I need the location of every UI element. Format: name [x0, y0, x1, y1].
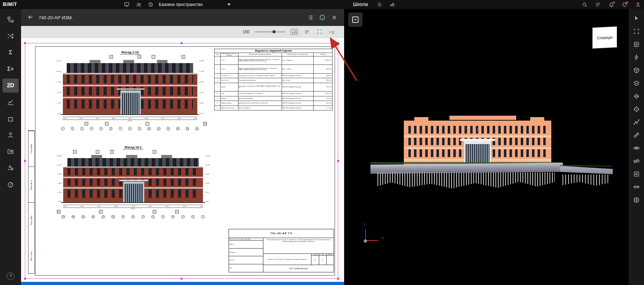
selection-handle[interactable] [337, 42, 339, 44]
sheet-list-icon[interactable] [307, 14, 314, 21]
finish-table-cell: Цоколь [221, 83, 238, 91]
viewport-tool-target[interactable] [631, 104, 642, 114]
fit-to-page-button[interactable] [290, 29, 298, 35]
viewport-tool-eye[interactable] [631, 143, 642, 153]
finish-table-title: Ведомость наружной отделки [214, 49, 332, 53]
selection-handle[interactable] [24, 278, 26, 280]
viewport-tool-section-box[interactable] [631, 195, 642, 205]
space-selector[interactable]: Базовое пространство [159, 0, 231, 9]
elevation-mark: +4.350 [205, 173, 215, 175]
finish-table: Ведомость наружной отделки Поз.Наименова… [214, 49, 332, 111]
dimension-value: 3120 [79, 117, 83, 119]
sidebar-item-documents-2d[interactable]: 2D [2, 79, 19, 93]
menu-list-icon[interactable] [595, 1, 601, 8]
fragment-marker: 7 [146, 122, 149, 125]
viewport-tool-layers[interactable] [631, 78, 642, 88]
selection-handle[interactable] [24, 42, 26, 44]
sidebar-item-analytics[interactable] [2, 95, 19, 109]
share-icon[interactable] [389, 1, 395, 8]
viewport-tool-cursor[interactable] [631, 13, 642, 23]
x-axis-label: X [381, 236, 383, 240]
elevation-mark: +1.350 [205, 182, 215, 184]
sidebar-item-sum-plus[interactable]: Σ+ [2, 62, 19, 76]
finish-table-cell: 7 [215, 96, 221, 101]
time-icon[interactable] [147, 1, 154, 8]
model-foundation-slab[interactable] [370, 163, 563, 174]
team-icon[interactable] [136, 1, 142, 8]
sidebar-item-connections[interactable] [2, 29, 19, 43]
topbar: BiMiT Базовое пространство Школа [0, 0, 644, 9]
navigation-cube-button[interactable] [348, 13, 362, 27]
finish-table-cell: 6 [215, 91, 221, 96]
finish-table-cell: 2460.22 м² [314, 56, 333, 65]
search-icon[interactable] [581, 1, 588, 8]
drawing-sheet[interactable]: СогласованоВзам. инв. №Подп. и датаИнв. … [25, 43, 338, 278]
facade-top-markers: 3614 [52, 55, 208, 59]
elevation-mark: +1.200 [52, 102, 61, 104]
sidebar-item-sum[interactable]: Σ [2, 46, 19, 60]
sidebar-item-users[interactable] [2, 128, 19, 142]
viewport-tool-eye-off[interactable] [631, 156, 642, 166]
view-cube-front-face[interactable]: Спереди [593, 27, 617, 48]
viewport-tool-flash[interactable] [631, 52, 642, 62]
profile-icon[interactable] [635, 1, 641, 8]
facade-drawing-1-15: Фасад 1-15 3614 +12.760+10.560+7.300+4.2… [52, 50, 208, 130]
viewport-tool-section[interactable] [631, 91, 642, 101]
viewport-tool-stack[interactable] [631, 39, 642, 49]
selection-handle[interactable] [180, 42, 183, 44]
elevation-mark: +11.190 [205, 164, 215, 166]
viewport-3d[interactable]: Спереди Z [344, 9, 629, 285]
finish-table-row: 5ЦокольШтукатурка по утеплителю "ПЛАСТИМ… [215, 83, 332, 91]
viewport-tool-polyline[interactable] [631, 117, 642, 127]
dimension-value: 6300 [112, 117, 115, 119]
viewport-tool-ruler[interactable] [631, 182, 642, 192]
zoom-slider-thumb[interactable] [272, 30, 276, 33]
back-arrow-icon[interactable] [27, 14, 34, 21]
model-building-facade[interactable] [404, 121, 551, 165]
dimension-value: 4210 [96, 117, 99, 119]
grid-axis-bubble: 10 [147, 127, 151, 130]
selection-handle[interactable] [180, 278, 183, 280]
dimension-value: 6000 [129, 117, 132, 119]
grid-axis-bubble: 11 [157, 127, 160, 130]
sidebar-item-plugins[interactable] [2, 111, 19, 125]
viewport-tool-level[interactable] [631, 130, 642, 140]
viewport-tool-box-x[interactable] [631, 169, 642, 179]
selection-handle[interactable] [24, 160, 26, 162]
fullscreen-button[interactable] [316, 28, 323, 35]
finish-table-cell: 8 [215, 101, 221, 106]
elevation-mark: +12.860 [199, 60, 208, 62]
drawing-canvas[interactable]: СогласованоВзам. инв. №Подп. и датаИнв. … [21, 38, 344, 282]
annotations-button[interactable] [303, 28, 310, 35]
elevation-mark: +4.380 [52, 182, 62, 184]
sync-icon[interactable] [622, 1, 628, 8]
selection-handle[interactable] [337, 278, 339, 280]
fragment-marker: 5 [99, 210, 103, 213]
left-sidebar: ΣΣ+2D ? [0, 9, 21, 285]
finish-table-row: 6ОкнаОкна из ПВХ профилей с остеклениемR… [215, 91, 332, 96]
ground-line [61, 114, 199, 115]
sync-lock-button[interactable] [328, 28, 335, 35]
grid-axis-bubble: 4 [90, 127, 93, 130]
progress-bar [21, 282, 344, 285]
close-icon[interactable] [331, 14, 338, 21]
selection-handle[interactable] [337, 160, 339, 162]
elevation-mark: -0.150 [199, 113, 208, 114]
dimension-value: 6350 [194, 117, 197, 119]
sidebar-item-transfer[interactable] [2, 144, 19, 158]
sidebar-item-dashboard[interactable] [2, 177, 19, 191]
settings-gear-icon[interactable] [376, 1, 383, 8]
info-icon[interactable] [319, 14, 326, 21]
sheets-value [327, 256, 334, 265]
finish-table-cell: 720.04 м² [314, 65, 333, 74]
viewport-tool-frame-select[interactable] [631, 26, 642, 36]
zoom-slider[interactable] [255, 32, 285, 32]
sidebar-item-structure[interactable] [2, 13, 19, 27]
grid-axis-bubbles: 123456789101112131415 [61, 127, 199, 130]
display-icon[interactable] [124, 1, 130, 8]
sidebar-item-geo-users[interactable] [2, 161, 19, 175]
app-logo[interactable]: BiMiT [3, 1, 17, 7]
viewport-tool-cube[interactable] [631, 65, 642, 75]
help-button[interactable]: ? [7, 272, 14, 280]
notifications-icon[interactable] [608, 1, 615, 8]
